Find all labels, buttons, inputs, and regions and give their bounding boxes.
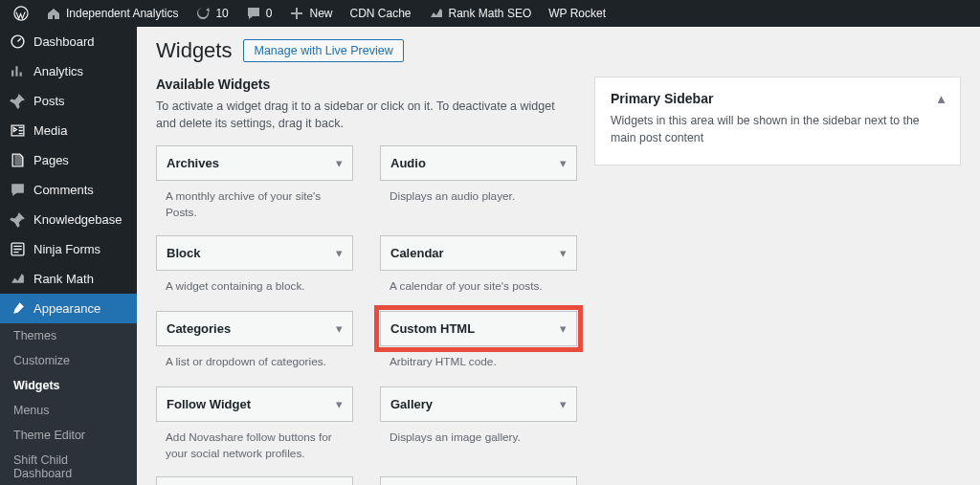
sidebar-item-dashboard[interactable]: Dashboard — [0, 27, 137, 56]
widget-desc: Displays an audio player. — [380, 181, 577, 215]
widget-follow-widget[interactable]: Follow Widget▾ — [156, 386, 353, 422]
widget-desc: Arbitrary HTML code. — [380, 346, 577, 381]
widget-title: Custom HTML — [390, 321, 475, 336]
submenu-item-themes[interactable]: Themes — [0, 323, 137, 348]
comment-icon — [10, 182, 26, 198]
sidebar-item-label: Analytics — [33, 64, 83, 78]
sidebar-item-analytics[interactable]: Analytics — [0, 56, 137, 86]
widget-title: Gallery — [390, 397, 433, 411]
main-content: Widgets Manage with Live Preview Availab… — [137, 27, 980, 485]
submenu-item-menus[interactable]: Menus — [0, 398, 137, 423]
admin-sidebar: DashboardAnalyticsPostsMediaPagesComment… — [0, 27, 137, 485]
widget-area[interactable]: Primary Sidebar ▴ Widgets in this area w… — [594, 77, 961, 165]
widget-title: Follow Widget — [167, 397, 251, 411]
page-title: Widgets — [156, 38, 232, 63]
caret-down-icon: ▾ — [560, 156, 567, 170]
sidebar-item-media[interactable]: Media — [0, 116, 137, 145]
widget-desc: A calendar of your site's posts. — [380, 271, 577, 305]
sidebar-item-label: Comments — [33, 183, 94, 197]
submenu-item-theme-editor[interactable]: Theme Editor — [0, 423, 137, 448]
available-widgets-desc: To activate a widget drag it to a sideba… — [156, 98, 577, 132]
submenu-item-shift-child-dashboard[interactable]: Shift Child Dashboard — [0, 448, 137, 485]
widget-desc: A widget containing a block. — [156, 271, 353, 305]
sidebar-item-label: Ninja Forms — [33, 242, 100, 256]
sidebar-item-label: Posts — [33, 94, 65, 108]
submenu-item-customize[interactable]: Customize — [0, 348, 137, 373]
widget-desc: A monthly archive of your site's Posts. — [156, 181, 353, 230]
widget-archives[interactable]: Archives▾ — [156, 145, 353, 181]
sidebar-item-comments[interactable]: Comments — [0, 175, 137, 205]
widget-title: Audio — [390, 156, 426, 170]
caret-down-icon: ▾ — [560, 397, 567, 411]
sidebar-item-knowledgebase[interactable]: Knowledgebase — [0, 205, 137, 234]
sidebar-item-label: Dashboard — [33, 34, 95, 49]
live-preview-button[interactable]: Manage with Live Preview — [243, 39, 403, 62]
rank-icon — [10, 271, 26, 287]
pages-icon — [10, 152, 26, 168]
chart-icon — [10, 63, 26, 79]
sidebar-item-appearance[interactable]: Appearance — [0, 294, 137, 323]
widget-title: Calendar — [390, 246, 444, 260]
caret-down-icon: ▾ — [336, 246, 343, 260]
widget-block[interactable]: Block▾ — [156, 235, 353, 271]
widget-title: Categories — [167, 321, 231, 336]
rankmath-menu[interactable]: Rank Math SEO — [421, 0, 540, 27]
refresh-count: 10 — [215, 7, 228, 20]
widget-desc: Displays an image gallery. — [380, 422, 577, 456]
sidebar-item-rank-math[interactable]: Rank Math — [0, 264, 137, 294]
caret-down-icon: ▾ — [336, 321, 343, 336]
pin-icon — [10, 211, 26, 228]
sidebar-item-label: Knowledgebase — [33, 212, 122, 227]
widget-title: Archives — [167, 156, 219, 170]
pin-icon — [10, 93, 26, 109]
sidebar-item-pages[interactable]: Pages — [0, 145, 137, 175]
widget-desc: Add Novashare follow buttons for your so… — [156, 422, 353, 471]
wprocket-menu[interactable]: WP Rocket — [541, 0, 613, 27]
widget-custom-html[interactable]: Custom HTML▾ — [380, 311, 577, 346]
cdn-cache[interactable]: CDN Cache — [342, 0, 418, 27]
widget-audio[interactable]: Audio▾ — [380, 145, 577, 181]
widget-image[interactable]: Image▾ — [156, 476, 353, 485]
area-title: Primary Sidebar — [611, 91, 713, 106]
caret-down-icon: ▾ — [560, 246, 567, 260]
caret-up-icon: ▴ — [938, 91, 945, 106]
dash-icon — [10, 33, 26, 50]
wp-logo[interactable] — [6, 0, 36, 27]
available-widgets-heading: Available Widgets — [156, 77, 577, 92]
site-name: Independent Analytics — [66, 7, 178, 20]
brush-icon — [10, 300, 26, 317]
new-button[interactable]: New — [281, 0, 340, 27]
sidebar-item-label: Appearance — [33, 301, 100, 316]
area-desc: Widgets in this area will be shown in th… — [611, 112, 945, 147]
refresh-button[interactable]: 10 — [188, 0, 235, 27]
media-icon — [10, 122, 26, 139]
sidebar-item-ninja-forms[interactable]: Ninja Forms — [0, 234, 137, 264]
widget-categories[interactable]: Categories▾ — [156, 311, 353, 346]
new-label: New — [309, 7, 332, 20]
site-link[interactable]: Independent Analytics — [38, 0, 186, 27]
widget-title: Block — [167, 246, 200, 260]
widget-calendar[interactable]: Calendar▾ — [380, 235, 577, 271]
widget-desc: A list or dropdown of categories. — [156, 346, 353, 381]
form-icon — [10, 241, 26, 257]
sidebar-item-label: Rank Math — [33, 272, 94, 286]
widget-meta[interactable]: Meta▾ — [380, 476, 577, 485]
submenu-item-widgets[interactable]: Widgets — [0, 373, 137, 398]
sidebar-item-label: Media — [33, 123, 67, 138]
caret-down-icon: ▾ — [336, 397, 343, 411]
comments-button[interactable]: 0 — [238, 0, 280, 27]
widget-gallery[interactable]: Gallery▾ — [380, 386, 577, 422]
caret-down-icon: ▾ — [560, 321, 567, 336]
caret-down-icon: ▾ — [336, 156, 343, 170]
admin-toolbar: Independent Analytics 10 0 New CDN Cache… — [0, 0, 980, 27]
comments-count: 0 — [266, 7, 273, 20]
sidebar-item-label: Pages — [33, 153, 69, 167]
sidebar-item-posts[interactable]: Posts — [0, 86, 137, 116]
